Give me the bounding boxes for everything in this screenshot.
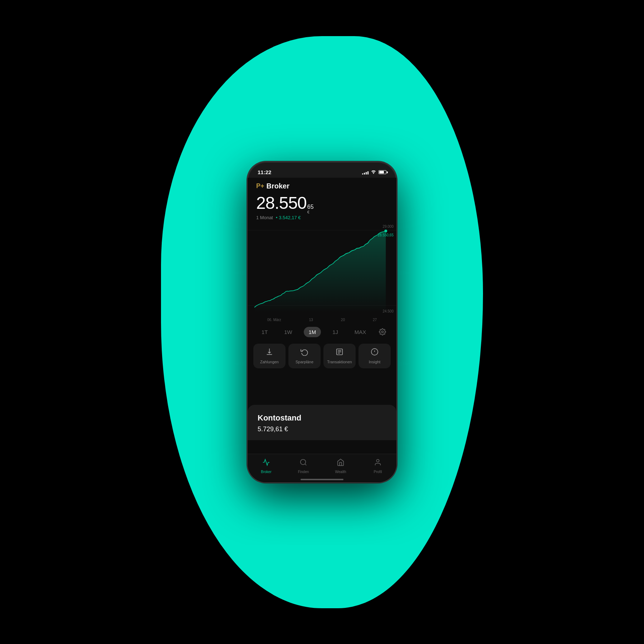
broker-nav-icon xyxy=(262,458,270,468)
nav-finden[interactable]: Finden xyxy=(285,457,322,475)
phone-wrapper: 11:22 xyxy=(247,161,397,483)
chart-y-label-low: 24.500 xyxy=(382,309,394,313)
nav-broker[interactable]: Broker xyxy=(248,457,285,475)
transaktionen-label: Transaktionen xyxy=(327,360,352,364)
home-indicator xyxy=(301,479,343,480)
app-logo: P+ xyxy=(256,182,264,190)
chart-x-label-4: 27 xyxy=(373,318,377,322)
status-bar: 11:22 xyxy=(248,162,396,178)
nav-profil[interactable]: Profil xyxy=(359,457,396,475)
svg-point-11 xyxy=(301,459,306,464)
portfolio-section: 28.550 65 € 1 Monat • 3.542,17 € xyxy=(248,193,396,223)
chart-svg xyxy=(248,223,396,323)
action-sparplaene[interactable]: Sparpläne xyxy=(288,344,321,368)
signal-bar-3 xyxy=(366,172,367,174)
nav-wealth[interactable]: Wealth xyxy=(322,457,359,475)
battery-icon xyxy=(379,170,386,174)
tooltip-title: Kontostand xyxy=(258,413,386,423)
period-label: 1 Monat xyxy=(256,215,273,220)
period-selector: 1T 1W 1M 1J MAX xyxy=(248,323,396,341)
wealth-nav-label: Wealth xyxy=(335,470,346,474)
bottom-nav: Broker Finden xyxy=(248,454,396,482)
action-transaktionen[interactable]: Transaktionen xyxy=(323,344,356,368)
period-btn-1j[interactable]: 1J xyxy=(327,327,343,337)
phone-shell: 11:22 xyxy=(247,161,397,483)
period-btn-1t[interactable]: 1T xyxy=(257,327,273,337)
period-change: • 3.542,17 € xyxy=(276,215,301,220)
zahlungen-label: Zahlungen xyxy=(260,360,279,364)
period-btn-1m[interactable]: 1M xyxy=(304,327,321,337)
portfolio-main-value: 28.550 xyxy=(256,193,307,213)
signal-bar-2 xyxy=(364,173,365,174)
chart-x-label-2: 13 xyxy=(309,318,313,322)
broker-nav-label: Broker xyxy=(261,470,271,474)
action-row: Zahlungen Sparpläne xyxy=(248,341,396,372)
portfolio-value: 28.550 65 € xyxy=(256,193,388,214)
sparplaene-icon xyxy=(301,348,308,358)
transaktionen-icon xyxy=(336,348,343,358)
portfolio-currency: € xyxy=(307,210,309,214)
wealth-nav-icon xyxy=(337,458,345,468)
chart-x-label-1: 06. März xyxy=(267,318,281,322)
settings-button[interactable] xyxy=(377,327,387,337)
svg-point-13 xyxy=(376,459,379,462)
wifi-icon xyxy=(371,169,376,175)
sparplaene-label: Sparpläne xyxy=(296,360,313,364)
period-btn-1w[interactable]: 1W xyxy=(279,327,297,337)
portfolio-period: 1 Monat • 3.542,17 € xyxy=(256,215,388,220)
portfolio-cents: 65 xyxy=(307,203,314,210)
zahlungen-icon xyxy=(265,348,273,358)
status-time: 11:22 xyxy=(258,169,271,175)
profil-nav-label: Profil xyxy=(374,470,382,474)
insight-icon xyxy=(371,348,379,358)
status-icons xyxy=(362,169,386,175)
portfolio-decimal: 65 € xyxy=(307,203,314,214)
battery-fill xyxy=(379,171,384,173)
signal-bars-icon xyxy=(362,170,369,174)
svg-line-12 xyxy=(305,464,306,465)
action-insight[interactable]: Insight xyxy=(358,344,391,368)
screen-content: P+ Broker 28.550 65 € 1 Monat • 3.542,17… xyxy=(248,178,396,482)
tooltip-value: 5.729,61 € xyxy=(258,426,386,433)
tooltip-card: Kontostand 5.729,61 € xyxy=(248,405,396,440)
profil-nav-icon xyxy=(374,458,382,468)
chart-x-label-3: 20 xyxy=(341,318,345,322)
chart-y-label-high: 29.000 xyxy=(382,225,394,228)
finden-nav-icon xyxy=(299,458,307,468)
chart-y-label-current: 28.550,65 xyxy=(378,233,394,237)
app-title: Broker xyxy=(267,182,289,190)
period-btn-max[interactable]: MAX xyxy=(350,327,371,337)
signal-bar-1 xyxy=(362,173,363,174)
chart-x-labels: 06. März 13 20 27 xyxy=(248,318,396,322)
svg-point-3 xyxy=(382,331,384,333)
insight-label: Insight xyxy=(369,360,380,364)
svg-point-2 xyxy=(384,230,387,232)
app-header: P+ Broker xyxy=(248,178,396,193)
action-zahlungen[interactable]: Zahlungen xyxy=(253,344,286,368)
finden-nav-label: Finden xyxy=(298,470,309,474)
signal-bar-4 xyxy=(367,171,369,174)
chart-container: 29.000 28.550,65 24.500 xyxy=(248,223,396,323)
